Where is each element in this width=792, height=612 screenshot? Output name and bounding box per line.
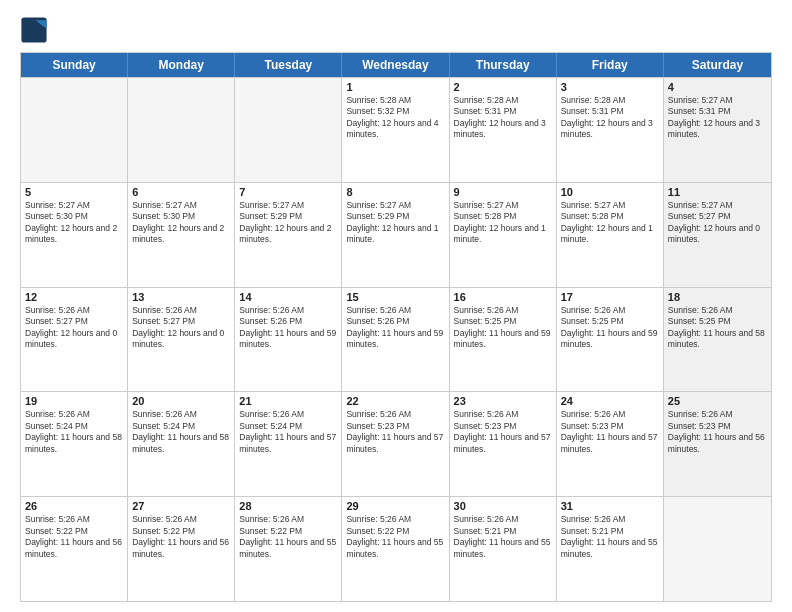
day-number: 15 <box>346 291 444 303</box>
day-number: 2 <box>454 81 552 93</box>
day-info: Sunrise: 5:26 AMSunset: 5:23 PMDaylight:… <box>561 409 659 455</box>
day-number: 28 <box>239 500 337 512</box>
day-number: 27 <box>132 500 230 512</box>
day-number: 6 <box>132 186 230 198</box>
calendar-cell-1: 1Sunrise: 5:28 AMSunset: 5:32 PMDaylight… <box>342 78 449 182</box>
calendar-header-friday: Friday <box>557 53 664 77</box>
page: SundayMondayTuesdayWednesdayThursdayFrid… <box>0 0 792 612</box>
calendar-cell-20: 20Sunrise: 5:26 AMSunset: 5:24 PMDayligh… <box>128 392 235 496</box>
day-info: Sunrise: 5:26 AMSunset: 5:26 PMDaylight:… <box>346 305 444 351</box>
day-number: 20 <box>132 395 230 407</box>
calendar: SundayMondayTuesdayWednesdayThursdayFrid… <box>20 52 772 602</box>
calendar-cell-28: 28Sunrise: 5:26 AMSunset: 5:22 PMDayligh… <box>235 497 342 601</box>
calendar-cell-24: 24Sunrise: 5:26 AMSunset: 5:23 PMDayligh… <box>557 392 664 496</box>
day-info: Sunrise: 5:27 AMSunset: 5:28 PMDaylight:… <box>561 200 659 246</box>
day-info: Sunrise: 5:26 AMSunset: 5:25 PMDaylight:… <box>561 305 659 351</box>
calendar-cell-empty <box>21 78 128 182</box>
calendar-cell-22: 22Sunrise: 5:26 AMSunset: 5:23 PMDayligh… <box>342 392 449 496</box>
calendar-cell-empty <box>128 78 235 182</box>
calendar-cell-30: 30Sunrise: 5:26 AMSunset: 5:21 PMDayligh… <box>450 497 557 601</box>
day-info: Sunrise: 5:26 AMSunset: 5:27 PMDaylight:… <box>132 305 230 351</box>
day-info: Sunrise: 5:26 AMSunset: 5:25 PMDaylight:… <box>668 305 767 351</box>
day-info: Sunrise: 5:27 AMSunset: 5:31 PMDaylight:… <box>668 95 767 141</box>
day-number: 19 <box>25 395 123 407</box>
calendar-cell-7: 7Sunrise: 5:27 AMSunset: 5:29 PMDaylight… <box>235 183 342 287</box>
calendar-header-row: SundayMondayTuesdayWednesdayThursdayFrid… <box>21 53 771 77</box>
calendar-cell-4: 4Sunrise: 5:27 AMSunset: 5:31 PMDaylight… <box>664 78 771 182</box>
day-info: Sunrise: 5:26 AMSunset: 5:23 PMDaylight:… <box>346 409 444 455</box>
day-number: 26 <box>25 500 123 512</box>
calendar-week-4: 19Sunrise: 5:26 AMSunset: 5:24 PMDayligh… <box>21 391 771 496</box>
logo <box>20 16 52 44</box>
calendar-cell-18: 18Sunrise: 5:26 AMSunset: 5:25 PMDayligh… <box>664 288 771 392</box>
day-number: 30 <box>454 500 552 512</box>
calendar-week-2: 5Sunrise: 5:27 AMSunset: 5:30 PMDaylight… <box>21 182 771 287</box>
calendar-header-sunday: Sunday <box>21 53 128 77</box>
day-info: Sunrise: 5:26 AMSunset: 5:23 PMDaylight:… <box>668 409 767 455</box>
calendar-week-1: 1Sunrise: 5:28 AMSunset: 5:32 PMDaylight… <box>21 77 771 182</box>
day-info: Sunrise: 5:28 AMSunset: 5:31 PMDaylight:… <box>454 95 552 141</box>
day-info: Sunrise: 5:27 AMSunset: 5:29 PMDaylight:… <box>239 200 337 246</box>
day-info: Sunrise: 5:28 AMSunset: 5:31 PMDaylight:… <box>561 95 659 141</box>
day-info: Sunrise: 5:27 AMSunset: 5:27 PMDaylight:… <box>668 200 767 246</box>
calendar-cell-13: 13Sunrise: 5:26 AMSunset: 5:27 PMDayligh… <box>128 288 235 392</box>
day-info: Sunrise: 5:26 AMSunset: 5:24 PMDaylight:… <box>239 409 337 455</box>
calendar-cell-26: 26Sunrise: 5:26 AMSunset: 5:22 PMDayligh… <box>21 497 128 601</box>
day-number: 24 <box>561 395 659 407</box>
day-number: 1 <box>346 81 444 93</box>
calendar-week-3: 12Sunrise: 5:26 AMSunset: 5:27 PMDayligh… <box>21 287 771 392</box>
calendar-header-tuesday: Tuesday <box>235 53 342 77</box>
calendar-cell-9: 9Sunrise: 5:27 AMSunset: 5:28 PMDaylight… <box>450 183 557 287</box>
day-info: Sunrise: 5:26 AMSunset: 5:22 PMDaylight:… <box>346 514 444 560</box>
calendar-header-monday: Monday <box>128 53 235 77</box>
day-info: Sunrise: 5:27 AMSunset: 5:30 PMDaylight:… <box>132 200 230 246</box>
day-info: Sunrise: 5:26 AMSunset: 5:23 PMDaylight:… <box>454 409 552 455</box>
day-info: Sunrise: 5:26 AMSunset: 5:26 PMDaylight:… <box>239 305 337 351</box>
calendar-cell-27: 27Sunrise: 5:26 AMSunset: 5:22 PMDayligh… <box>128 497 235 601</box>
day-info: Sunrise: 5:27 AMSunset: 5:28 PMDaylight:… <box>454 200 552 246</box>
day-info: Sunrise: 5:26 AMSunset: 5:24 PMDaylight:… <box>132 409 230 455</box>
day-info: Sunrise: 5:26 AMSunset: 5:22 PMDaylight:… <box>132 514 230 560</box>
day-number: 4 <box>668 81 767 93</box>
day-number: 13 <box>132 291 230 303</box>
calendar-cell-19: 19Sunrise: 5:26 AMSunset: 5:24 PMDayligh… <box>21 392 128 496</box>
calendar-cell-17: 17Sunrise: 5:26 AMSunset: 5:25 PMDayligh… <box>557 288 664 392</box>
calendar-cell-16: 16Sunrise: 5:26 AMSunset: 5:25 PMDayligh… <box>450 288 557 392</box>
day-number: 14 <box>239 291 337 303</box>
calendar-cell-23: 23Sunrise: 5:26 AMSunset: 5:23 PMDayligh… <box>450 392 557 496</box>
calendar-cell-10: 10Sunrise: 5:27 AMSunset: 5:28 PMDayligh… <box>557 183 664 287</box>
day-info: Sunrise: 5:26 AMSunset: 5:24 PMDaylight:… <box>25 409 123 455</box>
calendar-cell-14: 14Sunrise: 5:26 AMSunset: 5:26 PMDayligh… <box>235 288 342 392</box>
calendar-header-saturday: Saturday <box>664 53 771 77</box>
day-number: 11 <box>668 186 767 198</box>
calendar-cell-empty <box>235 78 342 182</box>
day-info: Sunrise: 5:27 AMSunset: 5:29 PMDaylight:… <box>346 200 444 246</box>
calendar-cell-5: 5Sunrise: 5:27 AMSunset: 5:30 PMDaylight… <box>21 183 128 287</box>
day-number: 31 <box>561 500 659 512</box>
day-info: Sunrise: 5:27 AMSunset: 5:30 PMDaylight:… <box>25 200 123 246</box>
day-number: 8 <box>346 186 444 198</box>
day-number: 9 <box>454 186 552 198</box>
calendar-cell-2: 2Sunrise: 5:28 AMSunset: 5:31 PMDaylight… <box>450 78 557 182</box>
day-info: Sunrise: 5:26 AMSunset: 5:22 PMDaylight:… <box>25 514 123 560</box>
calendar-cell-11: 11Sunrise: 5:27 AMSunset: 5:27 PMDayligh… <box>664 183 771 287</box>
calendar-body: 1Sunrise: 5:28 AMSunset: 5:32 PMDaylight… <box>21 77 771 601</box>
calendar-cell-21: 21Sunrise: 5:26 AMSunset: 5:24 PMDayligh… <box>235 392 342 496</box>
calendar-cell-3: 3Sunrise: 5:28 AMSunset: 5:31 PMDaylight… <box>557 78 664 182</box>
calendar-cell-12: 12Sunrise: 5:26 AMSunset: 5:27 PMDayligh… <box>21 288 128 392</box>
day-info: Sunrise: 5:26 AMSunset: 5:21 PMDaylight:… <box>561 514 659 560</box>
day-number: 18 <box>668 291 767 303</box>
calendar-cell-8: 8Sunrise: 5:27 AMSunset: 5:29 PMDaylight… <box>342 183 449 287</box>
header <box>20 16 772 44</box>
calendar-cell-31: 31Sunrise: 5:26 AMSunset: 5:21 PMDayligh… <box>557 497 664 601</box>
day-number: 12 <box>25 291 123 303</box>
day-info: Sunrise: 5:26 AMSunset: 5:27 PMDaylight:… <box>25 305 123 351</box>
calendar-cell-empty <box>664 497 771 601</box>
day-info: Sunrise: 5:26 AMSunset: 5:21 PMDaylight:… <box>454 514 552 560</box>
calendar-cell-6: 6Sunrise: 5:27 AMSunset: 5:30 PMDaylight… <box>128 183 235 287</box>
calendar-cell-15: 15Sunrise: 5:26 AMSunset: 5:26 PMDayligh… <box>342 288 449 392</box>
day-number: 10 <box>561 186 659 198</box>
calendar-cell-25: 25Sunrise: 5:26 AMSunset: 5:23 PMDayligh… <box>664 392 771 496</box>
day-number: 7 <box>239 186 337 198</box>
day-number: 29 <box>346 500 444 512</box>
